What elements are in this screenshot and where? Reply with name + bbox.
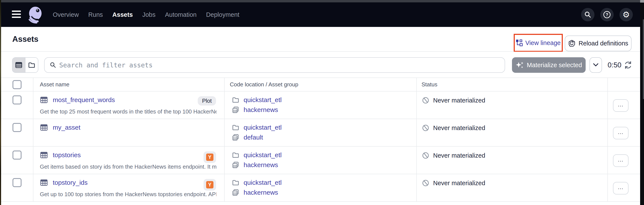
browser-chrome-strip	[0, 0, 644, 2]
reload-icon	[568, 40, 576, 47]
code-location-link[interactable]: quickstart_etl	[244, 152, 282, 159]
table-row: topstory_ids Get up to 100 top stories f…	[1, 174, 640, 202]
asset-name-link[interactable]: most_frequent_words	[53, 96, 115, 104]
row-checkbox[interactable]	[12, 96, 22, 104]
asset-name-link[interactable]: topstories	[53, 152, 81, 159]
column-header-location: Code location / Asset group	[225, 78, 417, 91]
row-actions-button[interactable]: ...	[613, 154, 628, 167]
refresh-icon[interactable]	[624, 57, 632, 73]
row-checkbox[interactable]	[12, 178, 22, 187]
lineage-icon	[516, 40, 523, 46]
row-checkbox[interactable]	[12, 123, 22, 132]
code-location-link[interactable]: quickstart_etl	[244, 96, 282, 104]
dagster-logo	[26, 6, 44, 24]
asset-group-link[interactable]: hackernews	[244, 161, 278, 168]
select-all-checkbox[interactable]	[12, 80, 22, 89]
nav-item-runs[interactable]: Runs	[88, 11, 103, 18]
folder-icon	[232, 124, 239, 131]
asset-name-link[interactable]: topstory_ids	[53, 179, 88, 186]
asset-table-icon	[40, 151, 48, 159]
assets-toolbar: Materialize selected 0:50	[1, 52, 640, 78]
table-view-icon	[15, 61, 22, 69]
asset-tag: Plot	[198, 96, 216, 106]
scrollbar-track[interactable]	[640, 0, 644, 205]
search-icon[interactable]	[581, 8, 594, 21]
search-filter-box	[44, 57, 505, 73]
status-text: Never materialized	[433, 97, 485, 104]
never-materialized-icon	[422, 152, 430, 160]
reload-definitions-button[interactable]: Reload definitions	[565, 36, 632, 51]
row-actions-button[interactable]: ...	[613, 99, 628, 112]
never-materialized-icon	[422, 124, 430, 132]
hackernews-tag: Y	[204, 179, 216, 190]
scrollbar-thumb[interactable]	[643, 20, 644, 99]
view-toggle	[12, 57, 38, 73]
ycombinator-icon: Y	[206, 181, 214, 188]
view-lineage-button[interactable]: View lineage	[516, 40, 561, 46]
nav-actions: ? ⚙	[581, 2, 633, 27]
table-row: my_asset quickstart_etl	[1, 119, 640, 147]
column-header-status: Status	[417, 78, 608, 91]
materialize-selected-button[interactable]: Materialize selected	[512, 57, 586, 73]
table-row: topstories Get items based on story ids …	[1, 147, 640, 174]
search-input[interactable]	[59, 61, 505, 69]
asset-name-link[interactable]: my_asset	[53, 124, 80, 131]
folder-icon	[232, 179, 239, 186]
folder-view-button[interactable]	[25, 58, 38, 72]
assets-table: Asset name Code location / Asset group S…	[1, 78, 640, 202]
page-title: Assets	[12, 35, 38, 44]
nav-links: Overview Runs Assets Jobs Automation Dep…	[53, 2, 239, 27]
asset-group-link[interactable]: hackernews	[244, 189, 278, 196]
asset-group-icon	[232, 189, 239, 196]
materialize-options-button[interactable]	[590, 57, 602, 73]
code-location-link[interactable]: quickstart_etl	[244, 179, 282, 186]
top-navbar: Overview Runs Assets Jobs Automation Dep…	[1, 2, 640, 27]
gear-icon[interactable]: ⚙	[620, 8, 633, 21]
asset-group-icon	[232, 134, 239, 141]
svg-text:?: ?	[606, 12, 608, 17]
row-checkbox[interactable]	[12, 150, 22, 160]
asset-description: Get items based on story ids from the Ha…	[40, 164, 216, 170]
nav-item-assets[interactable]: Assets	[112, 11, 133, 18]
table-view-button[interactable]	[12, 58, 25, 72]
asset-group-icon	[232, 161, 239, 168]
page-header: Assets View lineage	[1, 27, 640, 52]
nav-item-jobs[interactable]: Jobs	[142, 11, 156, 18]
desktop-edge-sliver	[0, 0, 1, 205]
asset-group-icon	[232, 106, 239, 114]
asset-description: Get the top 25 most frequent words in th…	[40, 108, 216, 115]
table-row: most_frequent_words Get the top 25 most …	[1, 92, 640, 119]
asset-table-icon	[40, 124, 48, 132]
chevron-down-icon	[593, 63, 598, 67]
asset-table-icon	[40, 178, 48, 187]
table-header-row: Asset name Code location / Asset group S…	[1, 78, 640, 92]
ycombinator-icon: Y	[206, 154, 214, 161]
hackernews-tag: Y	[204, 152, 216, 163]
folder-icon	[232, 96, 239, 104]
never-materialized-icon	[422, 96, 430, 104]
dagster-assets-page: Overview Runs Assets Jobs Automation Dep…	[0, 0, 644, 205]
nav-item-automation[interactable]: Automation	[165, 11, 197, 18]
nav-item-overview[interactable]: Overview	[53, 11, 79, 18]
sparkle-icon	[516, 61, 524, 69]
scrollbar-cap	[640, 0, 644, 2]
code-location-link[interactable]: quickstart_etl	[244, 124, 282, 131]
column-header-asset-name: Asset name	[34, 78, 225, 91]
asset-table-body: most_frequent_words Get the top 25 most …	[1, 92, 640, 202]
asset-description: Get up to 100 top stories from the Hacke…	[40, 191, 216, 198]
never-materialized-icon	[422, 179, 430, 187]
search-input-icon	[50, 62, 56, 68]
refresh-timer: 0:50	[608, 57, 622, 73]
menu-icon[interactable]	[12, 10, 21, 19]
folder-icon	[232, 152, 239, 159]
status-text: Never materialized	[433, 124, 485, 132]
asset-group-link[interactable]: hackernews	[244, 106, 278, 114]
row-actions-button[interactable]: ...	[613, 127, 628, 139]
status-text: Never materialized	[433, 152, 485, 159]
nav-item-deployment[interactable]: Deployment	[206, 11, 240, 18]
help-icon[interactable]: ?	[600, 8, 614, 21]
row-actions-button[interactable]: ...	[613, 182, 628, 194]
asset-group-link[interactable]: default	[244, 134, 263, 141]
annotation-highlight-box: View lineage	[514, 34, 563, 52]
status-text: Never materialized	[433, 180, 485, 187]
